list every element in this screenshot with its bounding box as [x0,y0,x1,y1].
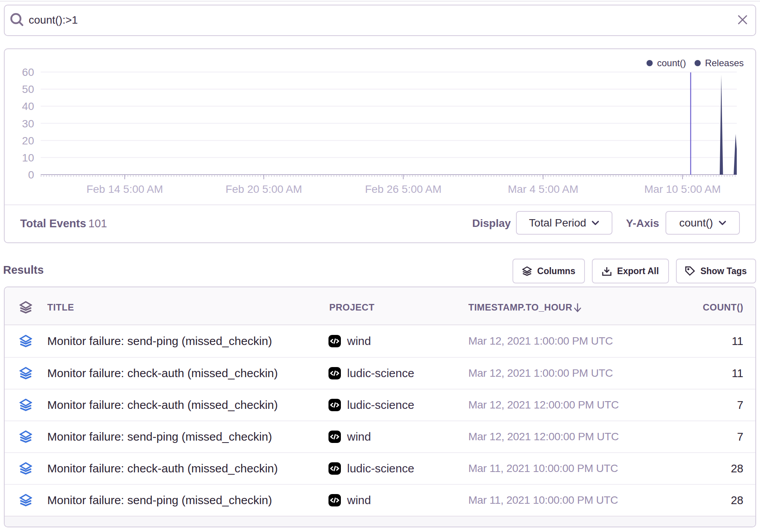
svg-text:60: 60 [22,66,34,78]
svg-text:50: 50 [22,83,34,95]
svg-text:0: 0 [28,169,34,181]
svg-text:10: 10 [22,152,34,164]
svg-text:Feb 26 5:00 AM: Feb 26 5:00 AM [365,183,442,195]
svg-text:30: 30 [22,118,34,130]
svg-text:Feb 20 5:00 AM: Feb 20 5:00 AM [225,183,302,195]
svg-text:40: 40 [22,100,34,112]
svg-text:Mar 10 5:00 AM: Mar 10 5:00 AM [644,183,721,195]
svg-text:20: 20 [22,135,34,147]
svg-text:Feb 14 5:00 AM: Feb 14 5:00 AM [86,183,163,195]
svg-text:Mar 4 5:00 AM: Mar 4 5:00 AM [508,183,578,195]
